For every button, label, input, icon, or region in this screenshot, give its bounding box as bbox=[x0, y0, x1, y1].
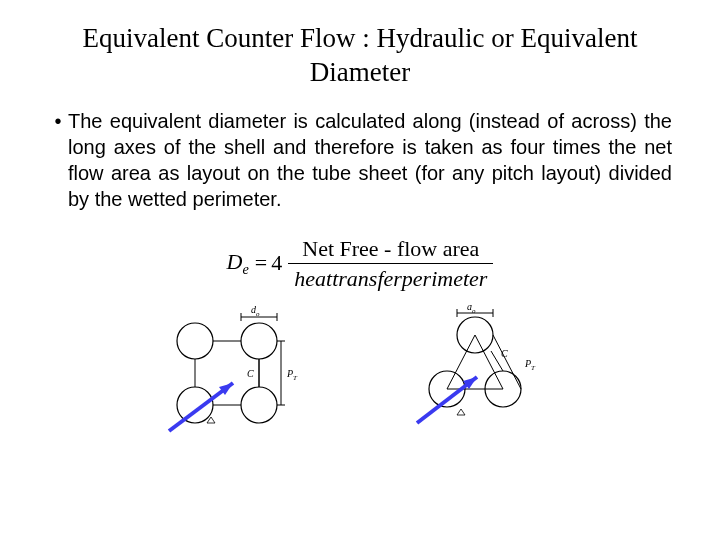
tube-circle bbox=[241, 387, 277, 423]
bullet-text: The equivalent diameter is calculated al… bbox=[68, 108, 672, 212]
triangular-pitch-diagram: do PT C bbox=[405, 305, 565, 445]
equivalent-diameter-formula: De = 4 Net Free - flow area heattransfer… bbox=[48, 236, 672, 292]
dim-p-t: PT bbox=[524, 358, 536, 372]
tube-circle bbox=[241, 323, 277, 359]
formula-equals: = bbox=[251, 250, 271, 276]
formula-coefficient: 4 bbox=[271, 250, 288, 276]
slide: Equivalent Counter Flow : Hydraulic or E… bbox=[0, 0, 720, 445]
formula-fraction: Net Free - flow area heattransferperimet… bbox=[288, 236, 493, 292]
square-pitch-diagram: do PT C bbox=[155, 305, 315, 445]
formula-numerator: Net Free - flow area bbox=[296, 236, 485, 263]
formula-lhs: De bbox=[227, 249, 251, 278]
bullet-item: • The equivalent diameter is calculated … bbox=[48, 108, 672, 212]
tube-circle bbox=[177, 387, 213, 423]
tube-circle bbox=[177, 323, 213, 359]
direction-marker-icon bbox=[457, 409, 465, 415]
slide-title: Equivalent Counter Flow : Hydraulic or E… bbox=[48, 22, 672, 90]
pitch-layout-diagrams: do PT C bbox=[48, 305, 672, 445]
dim-p-t: PT bbox=[286, 368, 298, 382]
dim-c: C bbox=[501, 348, 508, 359]
dim-d-o: do bbox=[251, 305, 260, 318]
bullet-dot: • bbox=[48, 108, 68, 212]
formula-denominator: heattransferperimeter bbox=[288, 263, 493, 291]
dim-c: C bbox=[247, 368, 254, 379]
